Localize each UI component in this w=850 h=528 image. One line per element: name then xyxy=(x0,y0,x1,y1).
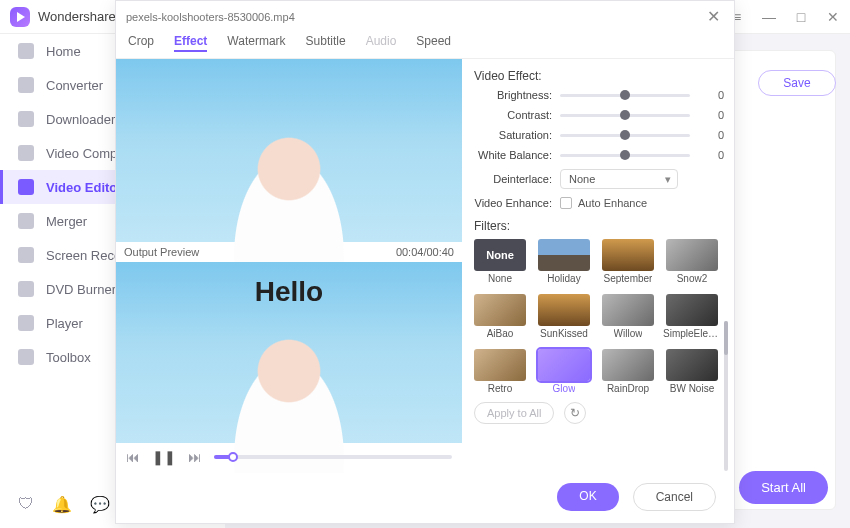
filter-label: SimpleElegant xyxy=(663,328,721,339)
filter-label: Holiday xyxy=(547,273,580,284)
converter-icon xyxy=(18,77,34,93)
cancel-button[interactable]: Cancel xyxy=(633,483,716,511)
dvd-icon xyxy=(18,281,34,297)
sidebar-item-label: Home xyxy=(46,44,81,59)
preview-overlay-text: Hello xyxy=(255,276,323,308)
filter-label: Retro xyxy=(488,383,512,394)
brightness-slider[interactable] xyxy=(560,94,690,97)
saturation-value: 0 xyxy=(698,129,724,141)
white-balance-slider[interactable] xyxy=(560,154,690,157)
filter-glow[interactable] xyxy=(538,349,590,381)
deinterlace-select[interactable]: None xyxy=(560,169,678,189)
video-enhance-label: Video Enhance: xyxy=(474,197,552,209)
tab-effect[interactable]: Effect xyxy=(174,32,207,52)
saturation-label: Saturation: xyxy=(474,129,552,141)
sidebar-item-label: Video Editor xyxy=(46,180,122,195)
player-icon xyxy=(18,315,34,331)
tab-audio[interactable]: Audio xyxy=(366,32,397,52)
preview-time: 00:04/00:40 xyxy=(396,246,454,258)
sidebar-item-label: Merger xyxy=(46,214,87,229)
close-window-button[interactable]: ✕ xyxy=(826,9,840,25)
sidebar-item-label: DVD Burner xyxy=(46,282,116,297)
editor-icon xyxy=(18,179,34,195)
brand-logo xyxy=(10,7,30,27)
contrast-slider[interactable] xyxy=(560,114,690,117)
next-frame-button[interactable]: ⏭ xyxy=(188,449,202,465)
minimize-button[interactable]: — xyxy=(762,9,776,25)
compressor-icon xyxy=(18,145,34,161)
filter-none[interactable]: None xyxy=(474,239,526,271)
filter-label: BW Noise xyxy=(670,383,714,394)
filter-snow2[interactable] xyxy=(666,239,718,271)
filter-raindrop[interactable] xyxy=(602,349,654,381)
original-preview xyxy=(116,59,462,242)
sidebar-item-label: Downloader xyxy=(46,112,115,127)
recorder-icon xyxy=(18,247,34,263)
auto-enhance-checkbox[interactable] xyxy=(560,197,572,209)
video-effect-title: Video Effect: xyxy=(474,69,724,83)
brand-name: Wondershare xyxy=(38,9,116,24)
filter-holiday[interactable] xyxy=(538,239,590,271)
saturation-slider[interactable] xyxy=(560,134,690,137)
downloader-icon xyxy=(18,111,34,127)
filter-retro[interactable] xyxy=(474,349,526,381)
filter-label: SunKissed xyxy=(540,328,588,339)
filter-bw-noise[interactable] xyxy=(666,349,718,381)
filter-aibao[interactable] xyxy=(474,294,526,326)
bell-icon[interactable]: 🔔 xyxy=(52,495,72,514)
footer-icons: 🛡 🔔 💬 xyxy=(18,495,110,514)
tab-crop[interactable]: Crop xyxy=(128,32,154,52)
preview-column: Output Preview 00:04/00:40 Hello ⏮ ❚❚ ⏭ xyxy=(116,59,462,473)
filter-label: September xyxy=(604,273,653,284)
brightness-value: 0 xyxy=(698,89,724,101)
sidebar-item-label: Player xyxy=(46,316,83,331)
save-button[interactable]: Save xyxy=(758,70,836,96)
filter-simpleelegant[interactable] xyxy=(666,294,718,326)
contrast-label: Contrast: xyxy=(474,109,552,121)
contrast-value: 0 xyxy=(698,109,724,121)
prev-frame-button[interactable]: ⏮ xyxy=(126,449,140,465)
home-icon xyxy=(18,43,34,59)
auto-enhance-text: Auto Enhance xyxy=(578,197,647,209)
filter-sunkissed[interactable] xyxy=(538,294,590,326)
filter-label: Snow2 xyxy=(677,273,708,284)
filter-label: RainDrop xyxy=(607,383,649,394)
filter-label: None xyxy=(488,273,512,284)
filters-scrollbar[interactable] xyxy=(724,321,728,471)
pause-button[interactable]: ❚❚ xyxy=(152,449,176,465)
filters-title: Filters: xyxy=(474,219,724,233)
filter-willow[interactable] xyxy=(602,294,654,326)
white-balance-value: 0 xyxy=(698,149,724,161)
toolbox-icon xyxy=(18,349,34,365)
tab-watermark[interactable]: Watermark xyxy=(227,32,285,52)
tab-subtitle[interactable]: Subtitle xyxy=(306,32,346,52)
white-balance-label: White Balance: xyxy=(474,149,552,161)
close-icon[interactable]: ✕ xyxy=(703,7,724,26)
apply-to-all-button[interactable]: Apply to All xyxy=(474,402,554,424)
filter-label: Willow xyxy=(614,328,643,339)
filter-september[interactable] xyxy=(602,239,654,271)
shield-icon[interactable]: 🛡 xyxy=(18,495,34,514)
maximize-button[interactable]: □ xyxy=(794,9,808,25)
filter-label: Glow xyxy=(553,383,576,394)
message-icon[interactable]: 💬 xyxy=(90,495,110,514)
filter-label: AiBao xyxy=(487,328,514,339)
sidebar-item-label: Converter xyxy=(46,78,103,93)
reset-filters-button[interactable]: ↻ xyxy=(564,402,586,424)
video-effect-modal: pexels-koolshooters-8530006.mp4 ✕ Crop E… xyxy=(115,0,735,524)
deinterlace-label: Deinterlace: xyxy=(474,173,552,185)
sidebar-item-label: Toolbox xyxy=(46,350,91,365)
tab-speed[interactable]: Speed xyxy=(416,32,451,52)
filter-grid: NoneNone Holiday September Snow2 AiBao S… xyxy=(474,239,724,394)
modal-tabs: Crop Effect Watermark Subtitle Audio Spe… xyxy=(116,28,734,59)
effect-settings: Video Effect: Brightness: 0 Contrast: 0 … xyxy=(462,59,734,473)
seek-bar[interactable] xyxy=(214,455,452,459)
output-preview: Hello xyxy=(116,262,462,443)
modal-filename: pexels-koolshooters-8530006.mp4 xyxy=(126,11,295,23)
merger-icon xyxy=(18,213,34,229)
output-preview-label: Output Preview xyxy=(124,246,199,258)
brightness-label: Brightness: xyxy=(474,89,552,101)
ok-button[interactable]: OK xyxy=(557,483,618,511)
start-all-button[interactable]: Start All xyxy=(739,471,828,504)
